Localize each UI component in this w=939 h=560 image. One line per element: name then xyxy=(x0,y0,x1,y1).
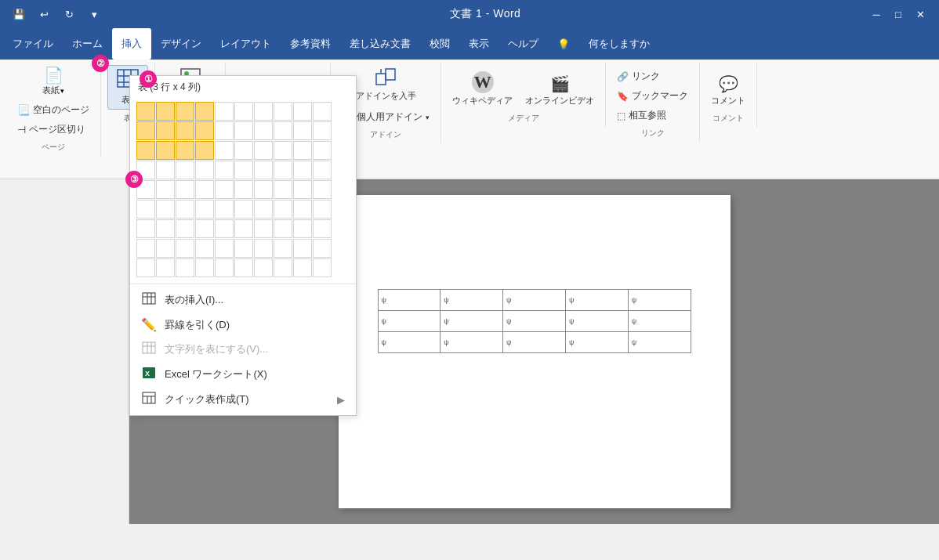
menu-item-lightbulb[interactable]: 💡 xyxy=(548,28,579,60)
menu-item-layout[interactable]: レイアウト xyxy=(211,28,281,60)
grid-cell[interactable] xyxy=(234,121,253,140)
grid-cell[interactable] xyxy=(234,161,253,179)
grid-cell[interactable] xyxy=(136,121,155,140)
cover-page-button[interactable]: 📄 表紙 ▾ xyxy=(34,64,72,99)
undo-button[interactable]: ↩ xyxy=(34,5,53,23)
grid-cell[interactable] xyxy=(176,180,194,199)
get-addins-button[interactable]: アドインを入手 xyxy=(351,64,421,105)
wikipedia-button[interactable]: W ウィキペディア xyxy=(448,68,517,110)
grid-cell[interactable] xyxy=(136,102,155,121)
grid-cell[interactable] xyxy=(176,141,194,160)
grid-cell[interactable] xyxy=(176,161,194,179)
menu-item-insert[interactable]: 挿入 xyxy=(112,28,151,60)
table-grid-container[interactable] xyxy=(130,99,356,280)
maximize-button[interactable]: □ xyxy=(889,5,908,23)
grid-cell[interactable] xyxy=(254,239,273,258)
grid-cell[interactable] xyxy=(195,102,214,121)
crossref-button[interactable]: ⬚ 相互参照 xyxy=(612,107,693,125)
grid-cell[interactable] xyxy=(293,161,312,179)
grid-cell[interactable] xyxy=(274,141,292,160)
menu-item-review[interactable]: 校閲 xyxy=(420,28,459,60)
grid-cell[interactable] xyxy=(195,200,214,219)
grid-cell[interactable] xyxy=(136,141,155,160)
grid-cell[interactable] xyxy=(156,121,175,140)
menu-item-help[interactable]: ヘルプ xyxy=(499,28,548,60)
grid-cell[interactable] xyxy=(176,258,194,277)
grid-cell[interactable] xyxy=(293,102,312,121)
grid-cell[interactable] xyxy=(234,219,253,238)
grid-cell[interactable] xyxy=(234,180,253,199)
grid-cell[interactable] xyxy=(254,161,273,179)
grid-cell[interactable] xyxy=(313,258,332,277)
grid-cell[interactable] xyxy=(313,200,332,219)
grid-cell[interactable] xyxy=(156,141,175,160)
menu-item-design[interactable]: デザイン xyxy=(151,28,211,60)
online-video-button[interactable]: 🎬 オンラインビデオ xyxy=(520,71,599,110)
grid-cell[interactable] xyxy=(234,141,253,160)
grid-cell[interactable] xyxy=(234,258,253,277)
grid-cell[interactable] xyxy=(195,219,214,238)
grid-cell[interactable] xyxy=(156,219,175,238)
grid-cell[interactable] xyxy=(176,239,194,258)
grid-cell[interactable] xyxy=(136,180,155,199)
grid-cell[interactable] xyxy=(195,161,214,179)
grid-cell[interactable] xyxy=(313,102,332,121)
grid-cell[interactable] xyxy=(274,121,292,140)
grid-cell[interactable] xyxy=(136,239,155,258)
grid-cell[interactable] xyxy=(215,161,234,179)
menu-item-file[interactable]: ファイル xyxy=(3,28,63,60)
grid-cell[interactable] xyxy=(293,219,312,238)
grid-cell[interactable] xyxy=(313,141,332,160)
grid-cell[interactable] xyxy=(176,102,194,121)
table-grid[interactable] xyxy=(136,102,350,277)
close-button[interactable]: ✕ xyxy=(911,5,930,23)
grid-cell[interactable] xyxy=(254,180,273,199)
grid-cell[interactable] xyxy=(136,219,155,238)
excel-worksheet-item[interactable]: X Excel ワークシート(X) xyxy=(130,362,356,387)
grid-cell[interactable] xyxy=(313,219,332,238)
grid-cell[interactable] xyxy=(215,102,234,121)
grid-cell[interactable] xyxy=(176,219,194,238)
grid-cell[interactable] xyxy=(293,239,312,258)
qat-dropdown-button[interactable]: ▾ xyxy=(85,5,103,23)
grid-cell[interactable] xyxy=(136,161,155,179)
menu-item-view[interactable]: 表示 xyxy=(459,28,499,60)
page-break-button[interactable]: ⊣ ページ区切り xyxy=(13,121,94,139)
grid-cell[interactable] xyxy=(254,102,273,121)
grid-cell[interactable] xyxy=(156,239,175,258)
grid-cell[interactable] xyxy=(215,121,234,140)
grid-cell[interactable] xyxy=(313,161,332,179)
grid-cell[interactable] xyxy=(136,200,155,219)
grid-cell[interactable] xyxy=(274,219,292,238)
grid-cell[interactable] xyxy=(254,121,273,140)
comment-button[interactable]: 💬 コメント xyxy=(706,71,750,110)
grid-cell[interactable] xyxy=(234,239,253,258)
grid-cell[interactable] xyxy=(195,258,214,277)
draw-table-item[interactable]: ✏️ 罫線を引く(D) xyxy=(130,313,356,337)
grid-cell[interactable] xyxy=(254,219,273,238)
grid-cell[interactable] xyxy=(156,200,175,219)
grid-cell[interactable] xyxy=(313,121,332,140)
grid-cell[interactable] xyxy=(293,180,312,199)
grid-cell[interactable] xyxy=(293,121,312,140)
grid-cell[interactable] xyxy=(215,200,234,219)
grid-cell[interactable] xyxy=(254,200,273,219)
grid-cell[interactable] xyxy=(313,239,332,258)
grid-cell[interactable] xyxy=(156,102,175,121)
grid-cell[interactable] xyxy=(195,141,214,160)
grid-cell[interactable] xyxy=(156,161,175,179)
grid-cell[interactable] xyxy=(176,121,194,140)
menu-item-mailings[interactable]: 差し込み文書 xyxy=(340,28,420,60)
bookmark-button[interactable]: 🔖 ブックマーク xyxy=(612,87,693,105)
grid-cell[interactable] xyxy=(215,258,234,277)
grid-cell[interactable] xyxy=(313,180,332,199)
grid-cell[interactable] xyxy=(215,219,234,238)
grid-cell[interactable] xyxy=(156,180,175,199)
grid-cell[interactable] xyxy=(274,239,292,258)
grid-cell[interactable] xyxy=(274,200,292,219)
grid-cell[interactable] xyxy=(195,180,214,199)
grid-cell[interactable] xyxy=(274,161,292,179)
redo-button[interactable]: ↻ xyxy=(60,5,78,23)
quick-table-item[interactable]: クイック表作成(T) ▶ xyxy=(130,387,356,412)
grid-cell[interactable] xyxy=(293,141,312,160)
